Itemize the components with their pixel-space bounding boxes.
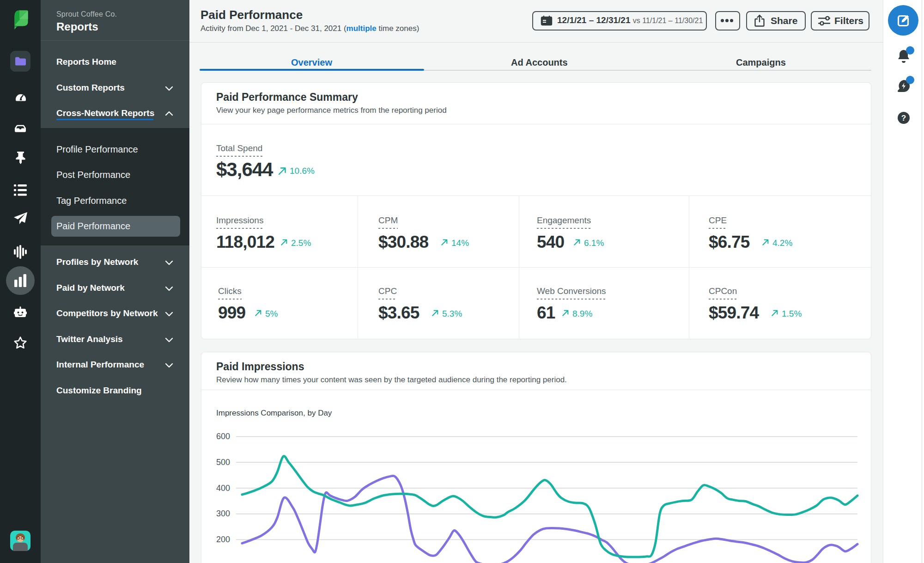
svg-text:?: ?: [901, 114, 906, 122]
